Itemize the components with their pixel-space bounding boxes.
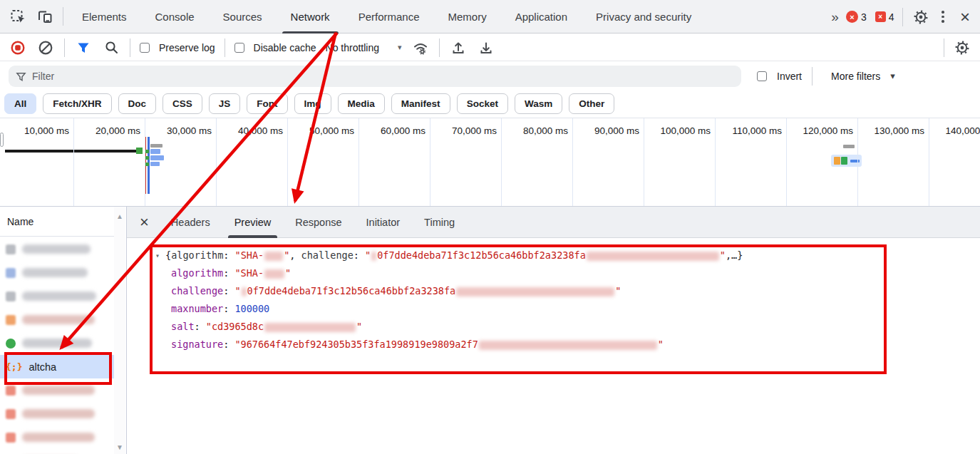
json-preview-tree: ▾{algorithm: "SHA-", challenge: "0f7dde4… <box>155 247 743 354</box>
network-settings-gear-icon[interactable] <box>953 38 971 57</box>
device-toolbar-icon[interactable] <box>36 7 54 26</box>
timeline-tick-label: 30,000 ms <box>146 125 212 136</box>
filter-funnel-icon[interactable] <box>74 38 93 57</box>
tab-performance[interactable]: Performance <box>344 0 434 33</box>
throttling-select[interactable]: No throttling ▾ <box>326 42 402 53</box>
redacted-value-segment <box>264 269 284 279</box>
detail-tab-initiator[interactable]: Initiator <box>354 207 413 238</box>
error-icon: × <box>846 11 858 23</box>
redacted-value-segment <box>587 252 719 261</box>
invert-label[interactable]: Invert <box>777 71 802 82</box>
tab-application[interactable]: Application <box>501 0 582 33</box>
disable-cache-label[interactable]: Disable cache <box>254 42 316 53</box>
timeline-tick-label: 100,000 ms <box>645 125 711 136</box>
redacted-request-name <box>22 409 95 418</box>
name-column-header[interactable]: Name <box>0 207 115 237</box>
disclosure-caret-icon[interactable]: ▾ <box>155 247 165 264</box>
more-tabs-icon[interactable]: » <box>831 9 837 25</box>
request-type-icon <box>6 409 16 419</box>
request-row-redacted[interactable] <box>0 402 115 425</box>
request-list-scrollbar[interactable]: ▲ ▼ <box>114 207 125 454</box>
chip-js[interactable]: JS <box>209 93 241 114</box>
chip-socket[interactable]: Socket <box>457 93 508 114</box>
redacted-value-segment <box>371 252 376 261</box>
detail-tab-preview[interactable]: Preview <box>222 207 284 238</box>
redacted-value-segment <box>264 323 356 332</box>
error-count: 3 <box>861 11 867 23</box>
close-detail-icon[interactable]: × <box>127 215 159 230</box>
request-row-redacted[interactable] <box>0 237 115 261</box>
network-conditions-icon[interactable] <box>411 38 430 57</box>
network-overview-timeline[interactable]: 10,000 ms20,000 ms30,000 ms40,000 ms50,0… <box>0 118 980 207</box>
timeline-gridline <box>572 118 573 207</box>
disable-cache-checkbox[interactable] <box>234 43 244 53</box>
timeline-tick-label: 90,000 ms <box>574 125 639 136</box>
tab-console[interactable]: Console <box>141 0 209 33</box>
chip-fetch-xhr[interactable]: Fetch/XHR <box>43 93 111 114</box>
request-row-redacted[interactable] <box>0 449 115 454</box>
request-row-redacted[interactable] <box>0 284 115 308</box>
network-lower-split: Name {;}altcha ▲ ▼ × HeadersPreviewRespo… <box>0 207 980 454</box>
json-line[interactable]: ▾{algorithm: "SHA-", challenge: "0f7dde4… <box>155 247 743 264</box>
import-har-icon[interactable] <box>449 38 468 57</box>
request-row-redacted[interactable] <box>0 261 115 284</box>
chip-media[interactable]: Media <box>338 93 385 114</box>
settings-gear-icon[interactable] <box>912 8 930 26</box>
chip-other[interactable]: Other <box>569 93 614 114</box>
request-row-redacted[interactable] <box>0 308 115 331</box>
json-key: algorithm <box>171 267 223 279</box>
timeline-gridline <box>430 118 430 207</box>
json-line: salt: "cd3965d8c" <box>155 318 743 336</box>
redacted-value-segment <box>242 287 247 296</box>
json-line: maxnumber: 100000 <box>155 300 743 318</box>
more-filters-label[interactable]: More filters <box>831 71 880 82</box>
chip-wasm[interactable]: Wasm <box>515 93 562 114</box>
chip-css[interactable]: CSS <box>163 93 202 114</box>
request-rows: {;}altcha <box>0 237 115 454</box>
kebab-menu-icon[interactable] <box>939 8 947 26</box>
request-type-icon <box>6 244 16 254</box>
detail-tab-timing[interactable]: Timing <box>412 207 467 238</box>
scroll-up-icon[interactable]: ▲ <box>114 212 125 220</box>
chip-font[interactable]: Font <box>247 93 287 114</box>
tab-memory[interactable]: Memory <box>434 0 501 33</box>
preserve-log-label[interactable]: Preserve log <box>159 42 215 53</box>
json-line: challenge: "0f7dde4deba71f3c12b56ca46bbf… <box>155 282 743 300</box>
scroll-down-icon[interactable]: ▼ <box>114 443 125 451</box>
waterfall-bar <box>150 144 163 148</box>
json-string-value: " <box>658 339 664 350</box>
filter-input[interactable] <box>32 71 674 82</box>
chip-all[interactable]: All <box>4 93 36 114</box>
detail-tab-response[interactable]: Response <box>283 207 354 238</box>
chip-img[interactable]: Img <box>294 93 331 114</box>
waterfall-bar <box>150 155 164 160</box>
redacted-value-segment <box>456 287 614 296</box>
chip-manifest[interactable]: Manifest <box>391 93 450 114</box>
tab-sources[interactable]: Sources <box>209 0 277 33</box>
export-har-icon[interactable] <box>477 38 495 57</box>
chip-doc[interactable]: Doc <box>118 93 157 114</box>
tab-privacy-and-security[interactable]: Privacy and security <box>582 0 706 33</box>
close-devtools-icon[interactable]: × <box>956 9 974 26</box>
issue-icon: × <box>875 11 886 22</box>
request-row-redacted[interactable] <box>0 425 115 449</box>
json-punctuation: : <box>223 249 234 261</box>
long-request-endcap <box>136 148 143 154</box>
json-summary-key: challenge <box>301 249 354 261</box>
request-row-redacted[interactable] <box>0 331 115 355</box>
throttling-value: No throttling <box>326 42 379 53</box>
detail-tab-headers[interactable]: Headers <box>159 207 222 238</box>
search-icon[interactable] <box>102 38 120 57</box>
clear-network-log-icon[interactable] <box>36 38 55 57</box>
tab-network[interactable]: Network <box>277 0 344 33</box>
inspect-element-icon[interactable] <box>9 7 27 26</box>
issues-badge[interactable]: × 4 <box>875 11 894 23</box>
request-row-redacted[interactable] <box>0 378 115 402</box>
record-network-log-icon[interactable] <box>9 38 27 57</box>
tab-elements[interactable]: Elements <box>68 0 141 33</box>
console-errors-badge[interactable]: × 3 <box>846 11 867 23</box>
preserve-log-checkbox[interactable] <box>140 43 150 53</box>
redacted-value-segment <box>479 341 657 350</box>
invert-checkbox[interactable] <box>757 71 767 81</box>
request-row-altcha[interactable]: {;}altcha <box>0 355 115 378</box>
